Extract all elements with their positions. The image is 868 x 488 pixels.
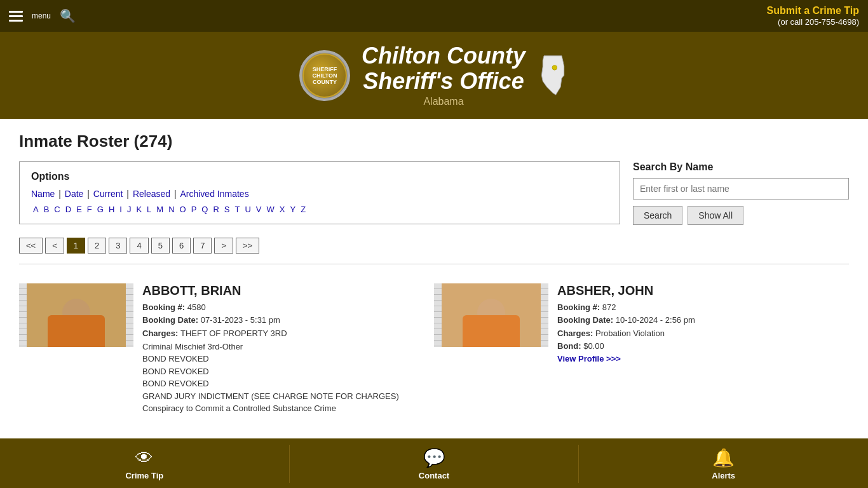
inmate-list: ABBOTT, BRIAN Booking #: 4580 Booking Da… <box>19 274 849 424</box>
svg-point-0 <box>552 65 557 70</box>
page-3[interactable]: 3 <box>109 238 127 254</box>
alpha-G[interactable]: G <box>95 204 105 215</box>
search-button[interactable]: Search <box>633 206 682 225</box>
alpha-Z[interactable]: Z <box>299 204 308 215</box>
nav-right: Submit a Crime Tip (or call 205-755-4698… <box>766 5 859 27</box>
alpha-C[interactable]: C <box>52 204 62 215</box>
alpha-N[interactable]: N <box>166 204 176 215</box>
sort-current-link[interactable]: Current <box>93 189 123 199</box>
alpha-L[interactable]: L <box>145 204 153 215</box>
inmate-photo-absher <box>434 283 548 347</box>
booking-num-row-abbott: Booking #: 4580 <box>142 302 434 313</box>
menu-label: menu <box>32 11 51 20</box>
charges-row-absher: Charges: Probation Violation <box>557 328 849 339</box>
page-next[interactable]: > <box>214 238 233 254</box>
inmate-name-abbott: ABBOTT, BRIAN <box>142 283 434 298</box>
options-search-row: Options Name | Date | Current | Released… <box>19 161 849 225</box>
search-box: Search By Name Search Show All <box>633 161 849 225</box>
header-title-line1: Chilton County <box>362 43 526 69</box>
alpha-Q[interactable]: Q <box>200 204 210 215</box>
pagination: << < 1 2 3 4 5 6 7 > >> <box>19 238 849 254</box>
options-title: Options <box>31 171 608 182</box>
header-title-line2: Sheriff's Office <box>362 69 526 94</box>
inmate-info-abbott: ABBOTT, BRIAN Booking #: 4580 Booking Da… <box>142 283 434 415</box>
view-profile-link-absher[interactable]: View Profile >>> <box>557 354 621 363</box>
search-by-name-title: Search By Name <box>633 161 849 173</box>
page-5[interactable]: 5 <box>151 238 170 254</box>
alpha-Y[interactable]: Y <box>288 204 297 215</box>
alpha-W[interactable]: W <box>265 204 276 215</box>
alpha-H[interactable]: H <box>107 204 116 215</box>
menu-icon[interactable] <box>9 11 23 22</box>
main-content: Inmate Roster (274) Options Name | Date … <box>0 119 868 437</box>
options-box: Options Name | Date | Current | Released… <box>19 161 620 224</box>
show-all-button[interactable]: Show All <box>688 206 743 225</box>
inmate-photo-abbott <box>19 283 133 347</box>
charges-label-abbott: Charges: THEFT OF PROPERTY 3RD <box>142 328 434 339</box>
page-6[interactable]: 6 <box>172 238 191 254</box>
alpha-I[interactable]: I <box>118 204 124 215</box>
alpha-E[interactable]: E <box>74 204 84 215</box>
alpha-M[interactable]: M <box>154 204 165 215</box>
alpha-F[interactable]: F <box>85 204 94 215</box>
page-prev[interactable]: < <box>45 238 64 254</box>
booking-num-row-absher: Booking #: 872 <box>557 302 849 313</box>
page-first[interactable]: << <box>19 238 43 254</box>
alpha-R[interactable]: R <box>211 204 220 215</box>
sort-archived-link[interactable]: Archived Inmates <box>180 189 248 199</box>
alpha-U[interactable]: U <box>243 204 252 215</box>
alabama-map <box>537 55 569 96</box>
alpha-S[interactable]: S <box>222 204 232 215</box>
alpha-X[interactable]: X <box>278 204 287 215</box>
inmate-card-absher: ABSHER, JOHN Booking #: 872 Booking Date… <box>434 274 849 424</box>
bond-row-absher: Bond: $0.00 <box>557 341 849 352</box>
page-1[interactable]: 1 <box>67 238 85 254</box>
alpha-V[interactable]: V <box>254 204 264 215</box>
page-7[interactable]: 7 <box>193 238 212 254</box>
header-banner: SHERIFF CHILTON COUNTY Chilton County Sh… <box>0 32 868 119</box>
top-nav: menu 🔍 Submit a Crime Tip (or call 205-7… <box>0 0 868 32</box>
crime-tip-sub: (or call 205-755-4698) <box>778 17 859 27</box>
page-last[interactable]: >> <box>236 238 259 254</box>
header-subtitle: Alabama <box>362 96 526 107</box>
inmate-card-abbott: ABBOTT, BRIAN Booking #: 4580 Booking Da… <box>19 274 434 424</box>
page-2[interactable]: 2 <box>88 238 106 254</box>
sort-date-link[interactable]: Date <box>65 189 84 199</box>
booking-date-row-abbott: Booking Date: 07-31-2023 - 5:31 pm <box>142 315 434 326</box>
alpha-O[interactable]: O <box>178 204 188 215</box>
alpha-B[interactable]: B <box>42 204 51 215</box>
inmate-info-absher: ABSHER, JOHN Booking #: 872 Booking Date… <box>557 283 849 366</box>
nav-left: menu 🔍 <box>9 8 76 24</box>
alpha-T[interactable]: T <box>233 204 242 215</box>
badge-inner: SHERIFF CHILTON COUNTY <box>302 53 347 98</box>
alpha-links: A B C D E F G H I J K L M N O P Q R S T <box>31 204 608 215</box>
sort-name-link[interactable]: Name <box>31 189 55 199</box>
page-title: Inmate Roster (274) <box>19 132 849 151</box>
alpha-P[interactable]: P <box>189 204 199 215</box>
sheriff-badge: SHERIFF CHILTON COUNTY <box>299 50 350 101</box>
search-input[interactable] <box>633 178 849 200</box>
sort-released-link[interactable]: Released <box>133 189 170 199</box>
alpha-D[interactable]: D <box>64 204 73 215</box>
alpha-A[interactable]: A <box>31 204 41 215</box>
view-profile-row-absher: View Profile >>> <box>557 353 849 365</box>
options-links: Name | Date | Current | Released | Archi… <box>31 189 608 199</box>
divider <box>19 264 849 264</box>
search-icon[interactable]: 🔍 <box>60 8 76 24</box>
crime-tip-link[interactable]: Submit a Crime Tip <box>766 5 859 16</box>
alpha-J[interactable]: J <box>125 204 133 215</box>
charge-list-abbott: Criminal Mischief 3rd-Other BOND REVOKED… <box>142 341 434 415</box>
header-text: Chilton County Sheriff's Office Alabama <box>362 43 526 107</box>
search-buttons: Search Show All <box>633 206 849 225</box>
inmate-name-absher: ABSHER, JOHN <box>557 283 849 298</box>
alpha-K[interactable]: K <box>134 204 144 215</box>
page-4[interactable]: 4 <box>130 238 148 254</box>
booking-date-row-absher: Booking Date: 10-10-2024 - 2:56 pm <box>557 315 849 326</box>
